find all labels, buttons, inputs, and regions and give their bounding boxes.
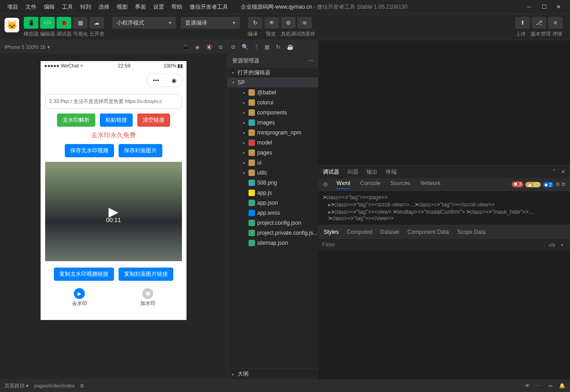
section-root[interactable]: ▾SP xyxy=(228,77,318,88)
extensions-icon[interactable]: ▦ xyxy=(264,44,269,50)
tree-item[interactable]: 508.png xyxy=(228,178,318,188)
save-video-button[interactable]: 保存无水印视频 xyxy=(65,144,114,157)
menu-工具[interactable]: 工具 xyxy=(58,0,77,14)
parse-button[interactable]: 去水印解析 xyxy=(57,113,95,127)
compile-dropdown[interactable]: 普通编译 xyxy=(181,17,240,29)
files-icon[interactable]: ⧉ xyxy=(231,44,235,50)
tree-item[interactable]: app.js xyxy=(228,188,318,198)
close-panel-icon[interactable]: ✕ xyxy=(561,169,565,175)
inspect-icon[interactable]: ⯐ xyxy=(323,181,328,188)
debug-tab[interactable]: 输出 xyxy=(367,168,378,176)
tree-item[interactable]: ▸@babel xyxy=(228,88,318,98)
upload-button[interactable]: ⬆ xyxy=(515,17,530,29)
menu-设置[interactable]: 设置 xyxy=(150,0,168,14)
tree-item[interactable]: ▸miniprogram_npm xyxy=(228,128,318,138)
cls-toggle[interactable]: .cls xyxy=(544,242,558,248)
editor-button[interactable]: </> xyxy=(40,17,55,29)
remote-debug-button[interactable]: ⚙ xyxy=(281,17,295,29)
save-cover-button[interactable]: 保存封面图片 xyxy=(119,144,162,157)
page-path-label[interactable]: 页面路径 ▾ xyxy=(5,382,29,389)
minimize-icon[interactable]: ─ xyxy=(527,4,534,10)
capsule-menu[interactable]: •••◉ xyxy=(146,73,183,87)
details-button[interactable]: ≡ xyxy=(548,17,563,29)
tree-item[interactable]: ▸utils xyxy=(228,168,318,178)
more-icon[interactable]: ⋯ xyxy=(308,57,314,64)
bell-icon[interactable]: 🔔 xyxy=(559,383,565,389)
devtools-tab[interactable]: Console xyxy=(360,180,380,189)
editor-area[interactable] xyxy=(318,40,570,165)
tree-item[interactable]: ▸model xyxy=(228,138,318,148)
dom-tree[interactable]: >class>=>"tag">><page>>▸>class>=>"tag">>… xyxy=(318,191,570,225)
record-icon[interactable]: ◉ xyxy=(195,44,200,50)
terminal-icon[interactable]: ☕ xyxy=(287,44,294,50)
url-input[interactable]: 2.33 Pkp:/ 生活不是选择而是热爱 https://v.douyin.c xyxy=(45,94,182,109)
tree-item[interactable]: sitemap.json xyxy=(228,238,318,248)
mute-icon[interactable]: 🔇 xyxy=(206,44,212,50)
menu-微信开发者工具[interactable]: 微信开发者工具 xyxy=(186,0,232,14)
eye-icon[interactable]: 👁 xyxy=(525,383,530,389)
menu-视图[interactable]: 视图 xyxy=(113,0,131,14)
tree-item[interactable]: ▸pages xyxy=(228,148,318,158)
copy-video-link-button[interactable]: 复制去水印视频链接 xyxy=(54,268,114,281)
menu-项目[interactable]: 项目 xyxy=(4,0,22,14)
menu-转到[interactable]: 转到 xyxy=(77,0,95,14)
styles-tab[interactable]: Dataset xyxy=(380,229,399,235)
search-icon[interactable]: 🔍 xyxy=(242,44,249,50)
devtools-tab[interactable]: Network xyxy=(420,180,440,189)
menu-界面[interactable]: 界面 xyxy=(131,0,150,14)
warn-badge[interactable]: ▲ 12 xyxy=(525,182,541,187)
visual-button[interactable]: ▦ xyxy=(73,17,88,29)
tree-item[interactable]: ▸components xyxy=(228,108,318,118)
maximize-icon[interactable]: ☐ xyxy=(542,4,548,10)
styles-tab[interactable]: Computed xyxy=(347,229,372,235)
close-icon[interactable]: ✕ xyxy=(556,4,563,10)
mode-dropdown[interactable]: 小程序模式 xyxy=(112,17,176,29)
debug-tab[interactable]: 问题 xyxy=(347,168,358,176)
gear-icon[interactable]: ⚙ xyxy=(555,181,560,187)
menu-文件[interactable]: 文件 xyxy=(22,0,40,14)
error-badge[interactable]: ✖ 3 xyxy=(512,181,523,187)
tree-item[interactable]: ▸colorui xyxy=(228,98,318,108)
debug-tab[interactable]: 调试器 xyxy=(323,168,339,176)
compile-button[interactable]: ↻ xyxy=(248,17,263,29)
clear-cache-button[interactable]: ≋ xyxy=(297,17,312,29)
styles-tab[interactable]: Component Data xyxy=(407,229,449,235)
outline-section[interactable]: ▸大纲 xyxy=(228,368,318,379)
dock-icon[interactable]: ⧉ xyxy=(562,181,565,187)
debug-tab[interactable]: 终端 xyxy=(386,168,397,176)
section-open-editors[interactable]: ▸打开的编辑器 xyxy=(228,67,318,77)
copy-path-icon[interactable]: ⧉ xyxy=(80,383,84,389)
more-status-icon[interactable]: ⋯ xyxy=(536,383,541,389)
menu-编辑[interactable]: 编辑 xyxy=(40,0,58,14)
styles-tab[interactable]: Scope Data xyxy=(457,229,486,235)
paste-button[interactable]: 粘贴链接 xyxy=(100,113,133,127)
preview-button[interactable]: 👁 xyxy=(264,17,279,29)
device-selector[interactable]: iPhone 5 100% 16 xyxy=(5,44,46,50)
menu-帮助[interactable]: 帮助 xyxy=(168,0,186,14)
tree-item[interactable]: ▸images xyxy=(228,118,318,128)
tree-item[interactable]: app.wxss xyxy=(228,208,318,218)
tree-item[interactable]: app.json xyxy=(228,198,318,208)
signal-icon[interactable]: ⫘ xyxy=(548,383,553,389)
copy-cover-link-button[interactable]: 复制封面图片链接 xyxy=(119,268,173,281)
devtools-tab[interactable]: Wxml xyxy=(337,180,350,189)
cloud-button[interactable]: ☁ xyxy=(89,17,104,29)
menu-选择[interactable]: 选择 xyxy=(95,0,113,14)
refresh-icon[interactable]: ↻ xyxy=(276,44,280,50)
debugger-button[interactable]: 🐞 xyxy=(57,17,71,29)
filter-input[interactable] xyxy=(322,241,544,248)
info-badge[interactable]: ■ 2 xyxy=(543,182,554,187)
tree-item[interactable]: project.config.json xyxy=(228,218,318,228)
add-style-icon[interactable]: + xyxy=(558,242,566,248)
version-button[interactable]: ⎇ xyxy=(532,17,546,29)
tree-item[interactable]: ▸ui xyxy=(228,158,318,168)
video-player[interactable]: ▶ 00:11 xyxy=(45,162,182,261)
tab-add-watermark[interactable]: ➋加水印 xyxy=(140,288,155,307)
clear-button[interactable]: 清空链接 xyxy=(137,113,170,127)
styles-tab[interactable]: Styles xyxy=(324,229,339,235)
chevron-up-icon[interactable]: ˄ xyxy=(553,169,555,175)
git-icon[interactable]: ᛘ xyxy=(255,44,258,50)
tab-remove-watermark[interactable]: ▶去水印 xyxy=(72,288,87,307)
devtools-tab[interactable]: Sources xyxy=(390,180,410,189)
device-icon[interactable]: 📱 xyxy=(182,44,189,50)
